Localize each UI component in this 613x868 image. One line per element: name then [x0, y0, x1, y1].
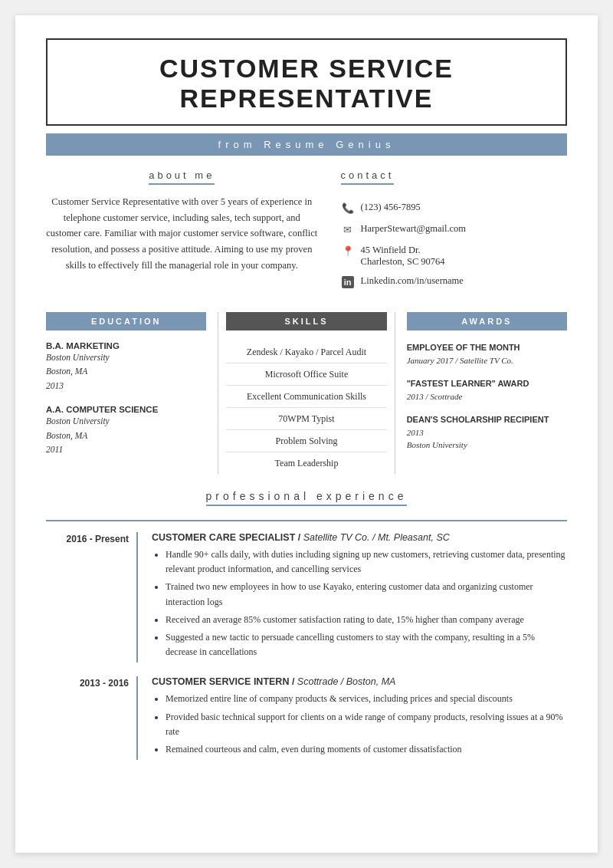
- about-column: about me Customer Service Representative…: [46, 168, 318, 297]
- job-2-date: 2013 - 2016: [46, 676, 138, 760]
- award-detail-1: January 2017 / Satellite TV Co.: [407, 354, 567, 367]
- linkedin-url: Linkedin.com/in/username: [361, 275, 464, 287]
- contact-linkedin: in Linkedin.com/in/username: [341, 275, 567, 289]
- edu-school-1: Boston UniversityBoston, MA2013: [46, 350, 206, 393]
- contact-phone: 📞 (123) 456-7895: [341, 202, 567, 215]
- job-2-bullets: Memorized entire line of company product…: [152, 692, 567, 757]
- skill-3: Excellent Communication Skills: [226, 386, 386, 408]
- list-item: Trained two new employees in how to use …: [166, 580, 567, 609]
- exp-divider: [46, 520, 567, 521]
- job-2-content: CUSTOMER SERVICE INTERN / Scottrade / Bo…: [138, 676, 567, 760]
- award-2: "FASTEST LEARNER" AWARD 2013 / Scottrade: [407, 377, 567, 403]
- skill-1: Zendesk / Kayako / Parcel Audit: [226, 341, 386, 363]
- education-heading: EDUCATION: [46, 312, 206, 330]
- address-text: 45 Winfield Dr. Charleston, SC 90764: [361, 245, 445, 268]
- list-item: Handle 90+ calls daily, with duties incl…: [166, 547, 567, 577]
- job-2: 2013 - 2016 CUSTOMER SERVICE INTERN / Sc…: [46, 676, 567, 760]
- list-item: Suggested a new tactic to persuade cance…: [166, 630, 567, 659]
- linkedin-icon: in: [341, 275, 355, 289]
- edu-entry-1: B.A. MARKETING Boston UniversityBoston, …: [46, 341, 206, 393]
- list-item: Memorized entire line of company product…: [166, 692, 567, 706]
- skill-2: Microsoft Office Suite: [226, 363, 386, 386]
- job-1-bullets: Handle 90+ calls daily, with duties incl…: [152, 547, 567, 659]
- award-detail-3: 2013 Boston University: [407, 426, 567, 452]
- job-1-title: CUSTOMER CARE SPECIALIST / Satellite TV …: [152, 532, 567, 543]
- header-box: CUSTOMER SERVICE REPRESENTATIVE: [46, 38, 567, 126]
- edu-degree-2: A.A. COMPUTER SCIENCE: [46, 405, 206, 414]
- prof-exp-heading: professional experience: [206, 490, 408, 506]
- email-address: HarperStewart@gmail.com: [361, 223, 467, 235]
- location-icon: 📍: [341, 245, 355, 258]
- subtitle-bar: from Resume Genius: [46, 133, 567, 156]
- about-heading: about me: [149, 169, 215, 185]
- job-1-content: CUSTOMER CARE SPECIALIST / Satellite TV …: [138, 532, 567, 663]
- phone-icon: 📞: [341, 202, 355, 215]
- list-item: Received an average 85% customer satisfa…: [166, 613, 567, 627]
- award-3: DEAN'S SCHOLARSHIP RECIPIENT 2013 Boston…: [407, 413, 567, 452]
- awards-column: AWARDS EMPLOYEE OF THE MONTH January 201…: [395, 312, 567, 474]
- prof-exp-header: professional experience: [46, 489, 567, 515]
- contact-email: ✉ HarperStewart@gmail.com: [341, 223, 567, 237]
- list-item: Remained courteous and calm, even during…: [166, 742, 567, 757]
- skills-heading: SKILLS: [226, 312, 386, 330]
- contact-column: contact 📞 (123) 456-7895 ✉ HarperStewart…: [341, 168, 567, 297]
- awards-heading: AWARDS: [407, 312, 567, 330]
- skills-column: SKILLS Zendesk / Kayako / Parcel Audit M…: [218, 312, 395, 474]
- skill-5: Problem Solving: [226, 430, 386, 452]
- phone-number: (123) 456-7895: [361, 202, 421, 213]
- job-2-title: CUSTOMER SERVICE INTERN / Scottrade / Bo…: [152, 676, 567, 687]
- contact-list: 📞 (123) 456-7895 ✉ HarperStewart@gmail.c…: [341, 202, 567, 289]
- education-column: EDUCATION B.A. MARKETING Boston Universi…: [46, 312, 218, 474]
- top-section: about me Customer Service Representative…: [46, 168, 567, 297]
- edu-entry-2: A.A. COMPUTER SCIENCE Boston UniversityB…: [46, 405, 206, 456]
- award-1: EMPLOYEE OF THE MONTH January 2017 / Sat…: [407, 341, 567, 367]
- skill-6: Team Leadership: [226, 452, 386, 474]
- job-1-date: 2016 - Present: [46, 532, 138, 663]
- skill-4: 70WPM Typist: [226, 408, 386, 430]
- award-detail-2: 2013 / Scottrade: [407, 390, 567, 403]
- award-title-2: "FASTEST LEARNER" AWARD: [407, 377, 567, 390]
- contact-heading: contact: [341, 169, 395, 185]
- job-1: 2016 - Present CUSTOMER CARE SPECIALIST …: [46, 532, 567, 663]
- award-title-3: DEAN'S SCHOLARSHIP RECIPIENT: [407, 413, 567, 426]
- main-title: CUSTOMER SERVICE REPRESENTATIVE: [63, 54, 550, 113]
- about-text: Customer Service Representative with ove…: [46, 194, 318, 273]
- email-icon: ✉: [341, 223, 355, 237]
- contact-address: 📍 45 Winfield Dr. Charleston, SC 90764: [341, 245, 567, 268]
- award-title-1: EMPLOYEE OF THE MONTH: [407, 341, 567, 354]
- edu-degree-1: B.A. MARKETING: [46, 341, 206, 350]
- resume-page: CUSTOMER SERVICE REPRESENTATIVE from Res…: [15, 15, 598, 853]
- list-item: Provided basic technical support for cli…: [166, 710, 567, 739]
- three-column-section: EDUCATION B.A. MARKETING Boston Universi…: [46, 312, 567, 474]
- edu-school-2: Boston UniversityBoston, MA2011: [46, 414, 206, 456]
